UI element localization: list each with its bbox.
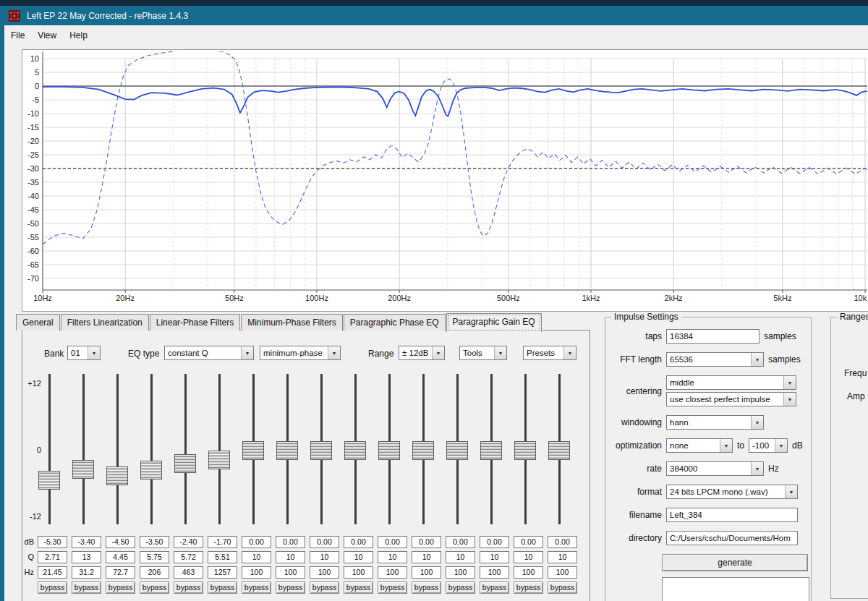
tab-paragraphic-phase-eq[interactable]: Paragraphic Phase EQ [344,314,446,331]
eq-q-cell-14[interactable]: 10 [480,551,509,563]
eq-freq-cell-1[interactable]: 21.45 [38,566,67,579]
bypass-button-13[interactable]: bypass [446,581,475,594]
eq-gain-cell-7[interactable]: 0.00 [242,536,271,548]
eq-freq-cell-6[interactable]: 1257 [208,566,237,579]
taps-input[interactable]: 16384 [666,329,760,344]
directory-input[interactable]: C:/Users/cschu/Documents/Hom [666,531,798,545]
slider-thumb[interactable] [106,466,128,485]
menu-help[interactable]: Help [63,27,94,43]
eq-freq-cell-3[interactable]: 72.7 [106,566,135,579]
eq-freq-cell-9[interactable]: 100 [310,566,339,579]
bypass-button-8[interactable]: bypass [276,581,305,594]
eq-type-select[interactable]: constant Q ▼ [164,346,254,360]
eq-q-cell-10[interactable]: 10 [344,551,373,563]
eq-q-cell-15[interactable]: 10 [514,551,543,563]
menu-view[interactable]: View [31,27,63,43]
eq-freq-cell-13[interactable]: 100 [446,566,475,579]
range-select[interactable]: ± 12dB ▼ [399,346,445,360]
eq-gain-cell-15[interactable]: 0.00 [514,536,543,548]
slider-thumb[interactable] [480,441,502,460]
tab-paragraphic-gain-eq[interactable]: Paragraphic Gain EQ [446,313,542,332]
eq-gain-cell-14[interactable]: 0.00 [480,536,509,548]
eq-freq-cell-10[interactable]: 100 [344,566,373,579]
eq-freq-cell-7[interactable]: 100 [242,566,271,579]
tab-general[interactable]: General [16,314,60,331]
centering-mode-select[interactable]: use closest perfect impulse ▼ [666,392,796,406]
bypass-button-10[interactable]: bypass [344,581,373,594]
bypass-button-15[interactable]: bypass [514,581,543,594]
eq-q-cell-2[interactable]: 13 [72,551,101,563]
bypass-button-1[interactable]: bypass [38,581,67,594]
eq-freq-cell-2[interactable]: 31.2 [72,566,101,579]
generate-button[interactable]: generate [662,554,808,571]
eq-freq-cell-4[interactable]: 206 [140,566,169,579]
eq-freq-cell-11[interactable]: 100 [378,566,407,579]
optimization-select[interactable]: none ▼ [666,438,733,453]
rate-select[interactable]: 384000 ▼ [666,461,764,476]
eq-gain-cell-9[interactable]: 0.00 [310,536,339,548]
bypass-button-7[interactable]: bypass [242,581,271,594]
eq-band-14-slider[interactable] [475,371,509,527]
eq-band-12-slider[interactable] [407,371,441,527]
eq-band-1-slider[interactable] [33,371,67,527]
slider-thumb[interactable] [72,460,94,479]
bypass-button-2[interactable]: bypass [72,581,101,594]
bypass-button-9[interactable]: bypass [310,581,339,594]
eq-q-cell-11[interactable]: 10 [378,551,407,563]
eq-q-cell-1[interactable]: 2.71 [38,551,67,563]
eq-gain-cell-3[interactable]: -4.50 [106,536,135,548]
eq-band-15-slider[interactable] [509,371,542,527]
fft-length-select[interactable]: 65536 ▼ [666,352,764,367]
eq-band-16-slider[interactable] [542,371,576,527]
centering-select[interactable]: middle ▼ [666,375,796,390]
bypass-button-12[interactable]: bypass [412,581,441,594]
slider-thumb[interactable] [344,441,366,460]
windowing-select[interactable]: hann ▼ [666,415,764,430]
filename-input[interactable]: Left_384 [666,508,798,522]
eq-band-8-slider[interactable] [271,371,305,527]
tab-minimum-phase-filters[interactable]: Minimum-Phase Filters [241,314,343,331]
eq-q-cell-4[interactable]: 5.75 [140,551,169,563]
eq-freq-cell-12[interactable]: 100 [412,566,441,579]
tab-linear-phase-filters[interactable]: Linear-Phase Filters [150,314,240,331]
bypass-button-14[interactable]: bypass [480,581,509,594]
eq-q-cell-7[interactable]: 10 [242,551,271,563]
eq-band-11-slider[interactable] [373,371,407,527]
tab-filters-linearization[interactable]: Filters Linearization [61,314,149,331]
eq-gain-cell-8[interactable]: 0.00 [276,536,305,548]
eq-gain-cell-10[interactable]: 0.00 [344,536,373,548]
eq-band-7-slider[interactable] [237,371,271,527]
slider-thumb[interactable] [174,454,196,473]
slider-thumb[interactable] [548,441,570,460]
eq-freq-cell-8[interactable]: 100 [276,566,305,579]
slider-thumb[interactable] [412,441,434,460]
eq-gain-cell-5[interactable]: -2.40 [174,536,203,548]
eq-gain-cell-11[interactable]: 0.00 [378,536,407,548]
presets-select[interactable]: Presets ▼ [523,346,576,360]
eq-q-cell-13[interactable]: 10 [446,551,475,563]
eq-q-cell-6[interactable]: 5.51 [208,551,237,563]
eq-freq-cell-15[interactable]: 100 [514,566,543,579]
optimization-db-select[interactable]: -100 ▼ [749,438,788,453]
bypass-button-11[interactable]: bypass [378,581,407,594]
eq-q-cell-12[interactable]: 10 [412,551,441,563]
eq-band-10-slider[interactable] [339,371,373,527]
eq-band-3-slider[interactable] [101,371,135,527]
slider-thumb[interactable] [514,441,536,460]
slider-thumb[interactable] [446,441,468,460]
slider-thumb[interactable] [310,441,332,460]
menu-file[interactable]: File [4,27,31,43]
eq-gain-cell-12[interactable]: 0.00 [412,536,441,548]
eq-gain-cell-1[interactable]: -5.30 [38,536,67,548]
bypass-button-6[interactable]: bypass [208,581,237,594]
eq-freq-cell-16[interactable]: 100 [548,566,577,579]
eq-q-cell-8[interactable]: 10 [276,551,305,563]
eq-gain-cell-6[interactable]: -1.70 [208,536,237,548]
slider-thumb[interactable] [242,441,264,460]
eq-gain-cell-2[interactable]: -3.40 [72,536,101,548]
bank-select[interactable]: 01 ▼ [67,346,101,360]
eq-band-4-slider[interactable] [135,371,169,527]
eq-band-13-slider[interactable] [441,371,475,527]
bypass-button-3[interactable]: bypass [106,581,135,594]
slider-thumb[interactable] [38,471,60,490]
